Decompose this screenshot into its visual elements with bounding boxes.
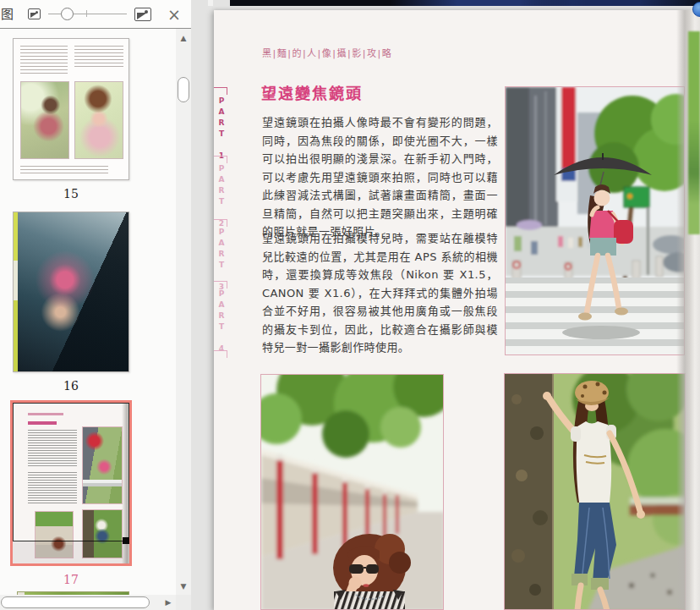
zoom-in-image-icon[interactable] <box>134 8 151 21</box>
sidebar-toolbar: 图 × <box>0 0 191 29</box>
part-divider <box>214 219 227 220</box>
thumb15-photo-left <box>20 81 69 159</box>
part-divider <box>214 156 227 157</box>
slider-default-tick <box>86 10 87 17</box>
photo-wall-art <box>505 374 686 610</box>
thumb15-text-block <box>74 46 123 69</box>
page-curl-edge[interactable] <box>676 10 700 610</box>
scroll-down-arrow-icon[interactable]: ▼ <box>176 582 191 591</box>
photo-school-sunglasses <box>260 374 444 610</box>
vertical-scrollbar-thumb[interactable] <box>178 77 189 102</box>
section-title: 望遠變焦鏡頭 <box>261 81 363 103</box>
thumbnail-page-16[interactable] <box>13 212 129 372</box>
thumb15-caption-lines <box>20 166 108 173</box>
part-tab-3: PART 3 <box>217 228 226 294</box>
thumbnail-label-15[interactable]: 15 <box>13 187 129 201</box>
body-paragraph-2: 望遠鏡頭用在拍攝模特兒時，需要站在離模特兒比較遠的位置，尤其是用在 APS 系統… <box>262 229 498 357</box>
part-divider <box>214 281 227 282</box>
thumbnail-panel-icon[interactable]: 图 <box>1 6 18 23</box>
photo-school-art <box>261 375 444 610</box>
part-divider <box>214 87 227 88</box>
photo-street-umbrella <box>505 86 685 355</box>
part-tab-2: PART 2 <box>217 164 226 230</box>
thumbnail-label-17[interactable]: 17 <box>13 573 129 586</box>
scroll-right-arrow-icon[interactable]: ▶ <box>161 598 176 607</box>
thumbnail-label-16[interactable]: 16 <box>13 379 129 393</box>
thumbnail-page-17-selected[interactable] <box>10 400 132 566</box>
body-paragraph-1: 望遠鏡頭在拍攝人像時最不會有變形的問題，同時，因為焦段的關係，即使光圈不大，一樣… <box>262 113 498 241</box>
scrollbar-corner <box>176 595 191 610</box>
part-tab-1: PART 1 <box>217 96 226 162</box>
viewport-indicator[interactable] <box>13 403 129 541</box>
horizontal-scrollbar-thumb[interactable] <box>1 596 150 608</box>
vertical-scrollbar-track[interactable]: ▲ ▼ <box>176 29 191 595</box>
book-running-header: 黑|麵|的|人|像|攝|影|攻|略 <box>262 46 392 59</box>
zoom-out-image-icon[interactable] <box>28 8 41 19</box>
thumbnail-zoom-slider-track[interactable] <box>48 14 127 14</box>
thumb15-photo-right <box>74 81 123 159</box>
thumb15-text-block <box>20 46 68 74</box>
image-icon-mountain <box>30 13 38 18</box>
viewport-resize-handle[interactable] <box>123 537 129 544</box>
previous-page-edge <box>208 0 213 6</box>
scroll-up-arrow-icon[interactable]: ▲ <box>176 34 191 42</box>
thumbnail-zoom-slider-handle[interactable] <box>61 8 74 20</box>
part-divider <box>214 350 227 351</box>
photo-wall-leopard-cap <box>504 373 686 610</box>
photo-street-umbrella-art <box>506 87 685 355</box>
previous-page-bottom-strip <box>230 0 700 6</box>
close-panel-icon[interactable]: × <box>165 4 183 25</box>
next-page-foliage <box>688 31 700 234</box>
book-page: 黑|麵|的|人|像|攝|影|攻|略 PART 1 PART 2 PART 3 P… <box>214 10 692 610</box>
pdf-viewer-window: 黑|麵|的|人|像|攝|影|攻|略 PART 1 PART 2 PART 3 P… <box>0 0 700 610</box>
thumbnail-page-15[interactable] <box>13 38 129 180</box>
outside-viewport-shade <box>13 541 129 563</box>
image-icon-mountain <box>137 13 147 19</box>
part-tab-4: PART 4 <box>217 289 226 355</box>
thumb16-stairs-photo <box>18 212 129 372</box>
model-figure <box>333 534 411 610</box>
